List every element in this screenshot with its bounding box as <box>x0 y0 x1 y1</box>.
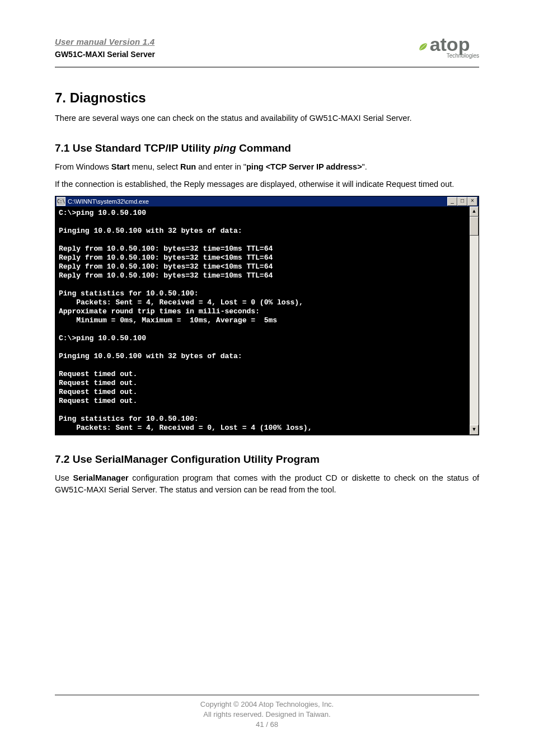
product-name: GW51C-MAXI Serial Server <box>55 50 155 59</box>
p2-bold: SerialManager <box>73 473 129 482</box>
scroll-thumb[interactable] <box>470 217 479 236</box>
footer-divider <box>55 694 479 696</box>
scroll-down-button[interactable]: ▼ <box>470 425 479 435</box>
p1-pre: From Windows <box>55 162 111 171</box>
close-button[interactable]: × <box>467 197 477 206</box>
paragraph-7-1-b: If the connection is established, the Re… <box>55 179 479 190</box>
section-heading: 7. Diagnostics <box>55 90 479 106</box>
manual-title: User manual Version 1.4 <box>55 37 155 46</box>
cmd-title-text: C:\WINNT\system32\cmd.exe <box>68 198 149 205</box>
p1-mid2: and enter in " <box>196 162 246 171</box>
scroll-up-button[interactable]: ▲ <box>470 206 479 217</box>
p1-bold-run: Run <box>180 162 196 171</box>
heading-text-pre: 7.1 Use Standard TCP/IP Utility <box>55 142 214 154</box>
scroll-track[interactable] <box>470 217 479 425</box>
copyright-line: Copyright © 2004 Atop Technologies, Inc. <box>55 700 479 708</box>
heading-text-em: ping <box>214 142 236 154</box>
leaf-icon <box>418 42 429 52</box>
paragraph-7-2: Use SerialManager configuration program … <box>55 472 479 496</box>
heading-text-post: Command <box>236 142 291 154</box>
p1-post: ". <box>362 162 367 171</box>
p1-bold-start: Start <box>111 162 130 171</box>
cmd-icon: C:\ <box>57 197 65 206</box>
p1-bold-cmd: ping <TCP Server IP address> <box>246 162 362 171</box>
scrollbar[interactable]: ▲ ▼ <box>470 206 479 435</box>
section-intro: There are several ways one can check on … <box>55 112 479 124</box>
rights-line: All rights reserved. Designed in Taiwan. <box>55 710 479 719</box>
page-header: User manual Version 1.4 GW51C-MAXI Seria… <box>55 35 479 59</box>
maximize-button[interactable]: □ <box>457 197 467 206</box>
cmd-titlebar[interactable]: C:\ C:\WINNT\system32\cmd.exe _ □ × <box>55 196 479 206</box>
subsection-7-1-heading: 7.1 Use Standard TCP/IP Utility ping Com… <box>55 142 479 154</box>
subsection-7-2-heading: 7.2 Use SerialManager Configuration Util… <box>55 453 479 466</box>
page-number: 41 / 68 <box>55 720 479 729</box>
minimize-button[interactable]: _ <box>447 197 457 206</box>
logo-text: atop <box>430 35 479 54</box>
company-logo: atop Technologies <box>418 35 479 59</box>
p1-mid: menu, select <box>130 162 180 171</box>
logo-subtext: Technologies <box>447 53 479 59</box>
p2-pre: Use <box>55 473 73 482</box>
page-footer: Copyright © 2004 Atop Technologies, Inc.… <box>55 694 479 730</box>
cmd-output: C:\>ping 10.0.50.100 Pinging 10.0.50.100… <box>55 206 470 435</box>
header-divider <box>55 67 479 68</box>
paragraph-7-1-a: From Windows Start menu, select Run and … <box>55 161 479 173</box>
cmd-window: C:\ C:\WINNT\system32\cmd.exe _ □ × C:\>… <box>55 196 479 435</box>
